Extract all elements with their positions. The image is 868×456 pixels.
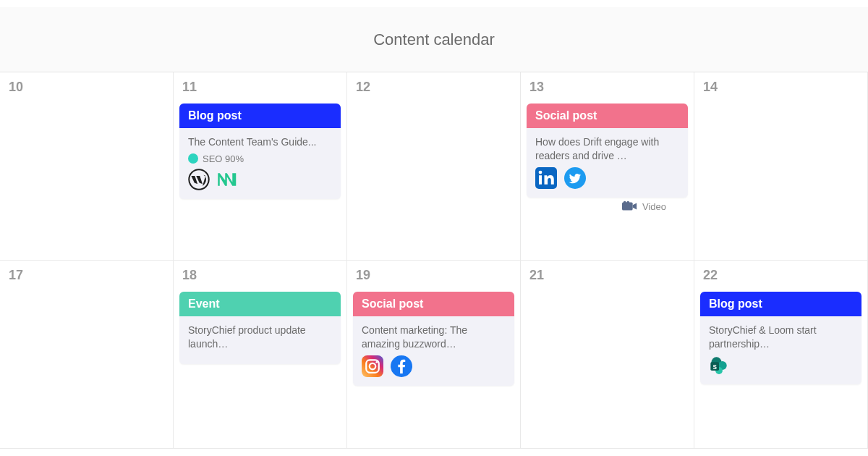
card-body: Content marketing: The amazing buzzword… bbox=[353, 316, 514, 386]
day-cell-21[interactable]: 21 bbox=[521, 261, 694, 449]
svg-rect-2 bbox=[539, 175, 542, 185]
card-type-label: Blog post bbox=[700, 292, 861, 316]
card-title: StoryChief product update launch… bbox=[188, 324, 332, 351]
day-cell-22[interactable]: 22 Blog post StoryChief & Loom start par… bbox=[694, 261, 868, 449]
day-number: 11 bbox=[182, 80, 341, 95]
channel-icons bbox=[188, 169, 332, 190]
card-type-label: Social post bbox=[353, 292, 514, 316]
card-type-label: Event bbox=[179, 292, 341, 316]
card-title: Content marketing: The amazing buzzword… bbox=[362, 324, 506, 351]
sharepoint-icon: S bbox=[709, 355, 729, 376]
day-number: 14 bbox=[703, 80, 861, 95]
svg-point-11 bbox=[375, 361, 378, 363]
channel-icons bbox=[362, 355, 506, 377]
card-type-label: Social post bbox=[527, 104, 688, 128]
page-header: Content calendar bbox=[0, 7, 868, 72]
channel-icons: S bbox=[709, 355, 853, 376]
medium-icon bbox=[217, 169, 239, 190]
day-number: 13 bbox=[529, 80, 688, 95]
svg-rect-5 bbox=[622, 203, 633, 211]
day-number: 19 bbox=[356, 268, 514, 283]
event-card-blog-11[interactable]: Blog post The Content Team's Guide... SE… bbox=[179, 104, 341, 199]
svg-rect-8 bbox=[362, 355, 383, 377]
day-cell-10[interactable]: 10 bbox=[0, 72, 174, 261]
card-body: StoryChief product update launch… bbox=[179, 316, 341, 364]
card-body: The Content Team's Guide... SEO 90% bbox=[179, 128, 341, 199]
day-cell-17[interactable]: 17 bbox=[0, 261, 174, 449]
day-cell-11[interactable]: 11 Blog post The Content Team's Guide...… bbox=[174, 72, 347, 261]
event-card-social-19[interactable]: Social post Content marketing: The amazi… bbox=[353, 292, 514, 386]
facebook-icon bbox=[391, 355, 412, 377]
page-title: Content calendar bbox=[373, 30, 495, 49]
video-badge-label: Video bbox=[642, 201, 666, 212]
seo-indicator: SEO 90% bbox=[188, 153, 332, 164]
card-type-label: Blog post bbox=[179, 104, 341, 128]
event-card-blog-22[interactable]: Blog post StoryChief & Loom start partne… bbox=[700, 292, 861, 384]
calendar-grid: 10 11 Blog post The Content Team's Guide… bbox=[0, 72, 868, 449]
day-cell-14[interactable]: 14 Video bbox=[694, 72, 868, 261]
day-number: 17 bbox=[9, 268, 167, 283]
event-card-event-18[interactable]: Event StoryChief product update launch… bbox=[179, 292, 341, 364]
wordpress-icon bbox=[188, 169, 210, 190]
card-title: StoryChief & Loom start partnership… bbox=[709, 324, 853, 351]
card-title: How does Drift engage with readers and d… bbox=[535, 135, 679, 163]
day-cell-13[interactable]: 13 Social post How does Drift engage wit… bbox=[521, 72, 694, 261]
day-number: 10 bbox=[9, 80, 167, 95]
card-body: How does Drift engage with readers and d… bbox=[527, 128, 688, 198]
linkedin-icon bbox=[535, 167, 557, 189]
day-number: 22 bbox=[703, 268, 861, 283]
twitter-icon bbox=[564, 167, 586, 189]
day-number: 18 bbox=[182, 268, 341, 283]
svg-point-7 bbox=[626, 201, 629, 204]
channel-icons bbox=[535, 167, 679, 189]
day-number: 21 bbox=[529, 268, 688, 283]
seo-score-text: SEO 90% bbox=[203, 153, 244, 164]
video-badge: Video bbox=[622, 200, 666, 212]
day-cell-12[interactable]: 12 bbox=[347, 72, 521, 261]
card-title: The Content Team's Guide... bbox=[188, 135, 332, 149]
svg-text:S: S bbox=[712, 363, 717, 370]
card-body: StoryChief & Loom start partnership… S bbox=[700, 316, 861, 384]
video-camera-icon bbox=[622, 200, 638, 212]
event-card-social-13[interactable]: Social post How does Drift engage with r… bbox=[527, 104, 688, 198]
day-number: 12 bbox=[356, 80, 514, 95]
instagram-icon bbox=[362, 355, 383, 377]
seo-dot-icon bbox=[188, 153, 198, 164]
svg-point-6 bbox=[624, 201, 626, 204]
day-cell-19[interactable]: 19 Social post Content marketing: The am… bbox=[347, 261, 521, 449]
day-cell-18[interactable]: 18 Event StoryChief product update launc… bbox=[174, 261, 347, 449]
svg-point-3 bbox=[539, 170, 542, 174]
